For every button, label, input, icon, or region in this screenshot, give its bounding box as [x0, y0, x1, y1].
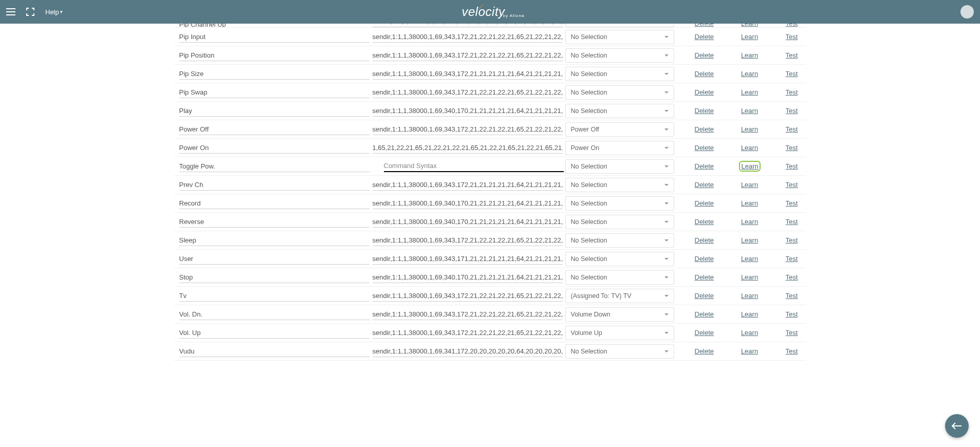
selection-dropdown[interactable]: No Selection — [565, 48, 674, 63]
learn-link[interactable]: Learn — [740, 162, 760, 171]
command-name-input[interactable] — [179, 24, 369, 28]
learn-link[interactable]: Learn — [740, 347, 760, 355]
selection-dropdown[interactable]: No Selection — [565, 159, 674, 174]
selection-dropdown[interactable]: No Selection — [565, 196, 674, 211]
command-name-input[interactable] — [179, 346, 369, 357]
learn-link[interactable]: Learn — [740, 144, 760, 152]
command-name-input[interactable] — [179, 327, 369, 339]
delete-link[interactable]: Delete — [695, 24, 715, 27]
selection-dropdown[interactable]: No Selection — [565, 215, 674, 229]
command-name-input[interactable] — [179, 253, 369, 265]
test-link[interactable]: Test — [784, 347, 800, 355]
test-link[interactable]: Test — [784, 310, 800, 318]
command-name-input[interactable] — [179, 272, 369, 283]
delete-link[interactable]: Delete — [695, 51, 715, 59]
delete-link[interactable]: Delete — [695, 236, 715, 244]
learn-link[interactable]: Learn — [740, 88, 760, 96]
delete-link[interactable]: Delete — [695, 347, 715, 355]
selection-dropdown[interactable]: (Assigned To: TV) TV — [565, 289, 674, 303]
command-syntax-input[interactable] — [373, 346, 563, 357]
command-syntax-input[interactable] — [373, 309, 563, 320]
selection-dropdown[interactable]: No Selection — [565, 233, 674, 248]
command-name-input[interactable] — [179, 216, 369, 228]
selection-dropdown[interactable]: No Selection — [565, 344, 674, 359]
command-syntax-input[interactable] — [384, 160, 564, 172]
selection-dropdown[interactable]: Volume Up — [565, 326, 674, 340]
learn-link[interactable]: Learn — [740, 218, 760, 226]
test-link[interactable]: Test — [784, 33, 800, 41]
command-syntax-input[interactable] — [373, 290, 563, 302]
delete-link[interactable]: Delete — [695, 255, 715, 263]
menu-icon[interactable] — [6, 7, 15, 16]
command-name-input[interactable] — [179, 198, 369, 209]
delete-link[interactable]: Delete — [695, 329, 715, 337]
selection-dropdown[interactable]: No Selection — [565, 67, 674, 81]
test-link[interactable]: Test — [784, 218, 800, 226]
command-syntax-input[interactable] — [373, 50, 563, 61]
command-syntax-input[interactable] — [373, 216, 563, 228]
selection-dropdown[interactable]: No Selection — [565, 24, 674, 27]
learn-link[interactable]: Learn — [740, 273, 760, 281]
avatar[interactable] — [960, 5, 974, 18]
command-name-input[interactable] — [179, 290, 369, 302]
delete-link[interactable]: Delete — [695, 70, 715, 78]
delete-link[interactable]: Delete — [695, 125, 715, 133]
delete-link[interactable]: Delete — [695, 292, 715, 300]
delete-link[interactable]: Delete — [695, 107, 715, 115]
learn-link[interactable]: Learn — [740, 181, 760, 189]
command-syntax-input[interactable] — [373, 179, 563, 191]
command-syntax-input[interactable] — [373, 24, 563, 27]
test-link[interactable]: Test — [784, 236, 800, 244]
command-name-input[interactable] — [179, 50, 369, 61]
learn-link[interactable]: Learn — [740, 292, 760, 300]
selection-dropdown[interactable]: No Selection — [565, 30, 674, 44]
selection-dropdown[interactable]: Volume Down — [565, 307, 674, 322]
command-name-input[interactable] — [179, 179, 369, 191]
command-name-input[interactable] — [179, 68, 369, 80]
delete-link[interactable]: Delete — [695, 218, 715, 226]
delete-link[interactable]: Delete — [695, 162, 715, 170]
delete-link[interactable]: Delete — [695, 199, 715, 207]
command-syntax-input[interactable] — [373, 68, 563, 80]
delete-link[interactable]: Delete — [695, 181, 715, 189]
delete-link[interactable]: Delete — [695, 310, 715, 318]
learn-link[interactable]: Learn — [740, 236, 760, 244]
selection-dropdown[interactable]: No Selection — [565, 178, 674, 192]
test-link[interactable]: Test — [784, 51, 800, 59]
command-syntax-input[interactable] — [373, 253, 563, 265]
delete-link[interactable]: Delete — [695, 33, 715, 41]
command-syntax-input[interactable] — [373, 235, 563, 246]
test-link[interactable]: Test — [784, 24, 800, 27]
help-menu[interactable]: Help ▾ — [45, 8, 63, 16]
delete-link[interactable]: Delete — [695, 273, 715, 281]
command-name-input[interactable] — [179, 142, 369, 154]
selection-dropdown[interactable]: No Selection — [565, 85, 674, 100]
test-link[interactable]: Test — [784, 329, 800, 337]
fullscreen-icon[interactable] — [26, 7, 35, 16]
learn-link[interactable]: Learn — [740, 310, 760, 318]
test-link[interactable]: Test — [784, 181, 800, 189]
command-syntax-input[interactable] — [373, 124, 563, 135]
learn-link[interactable]: Learn — [740, 24, 760, 27]
command-name-input[interactable] — [179, 105, 369, 117]
back-fab-button[interactable] — [945, 414, 969, 438]
learn-link[interactable]: Learn — [740, 107, 760, 115]
test-link[interactable]: Test — [784, 292, 800, 300]
test-link[interactable]: Test — [784, 107, 800, 115]
learn-link[interactable]: Learn — [740, 199, 760, 207]
command-syntax-input[interactable] — [373, 272, 563, 283]
command-syntax-input[interactable] — [373, 87, 563, 98]
selection-dropdown[interactable]: Power On — [565, 141, 674, 155]
learn-link[interactable]: Learn — [740, 51, 760, 59]
content-scroll[interactable]: No SelectionDeleteLearnTestNo SelectionD… — [0, 24, 980, 447]
selection-dropdown[interactable]: No Selection — [565, 104, 674, 118]
learn-link[interactable]: Learn — [740, 70, 760, 78]
test-link[interactable]: Test — [784, 162, 800, 170]
command-syntax-input[interactable] — [373, 105, 563, 117]
learn-link[interactable]: Learn — [740, 329, 760, 337]
test-link[interactable]: Test — [784, 144, 800, 152]
command-syntax-input[interactable] — [373, 198, 563, 209]
delete-link[interactable]: Delete — [695, 88, 715, 96]
selection-dropdown[interactable]: No Selection — [565, 252, 674, 266]
learn-link[interactable]: Learn — [740, 255, 760, 263]
